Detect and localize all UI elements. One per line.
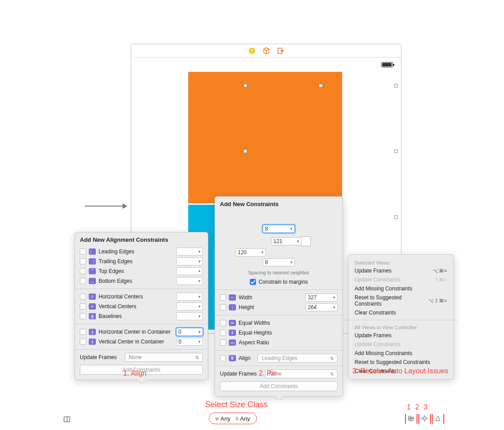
align-menu-button[interactable] — [405, 414, 417, 424]
resolve-menu-item[interactable]: Add Missing Constraints — [348, 284, 454, 293]
align-popover-title: Add New Alignment Constraints — [80, 236, 203, 243]
svg-rect-13 — [423, 417, 426, 420]
checkbox[interactable] — [80, 313, 86, 319]
update-frames-label: Update Frames — [220, 371, 257, 377]
svg-line-5 — [266, 49, 269, 50]
selection-handle[interactable] — [394, 215, 398, 219]
checkbox[interactable] — [80, 258, 86, 265]
align-label: Align — [239, 355, 251, 361]
resolve-menu-item: Update Constraints — [348, 340, 454, 349]
selected-views-heading: Selected Views — [348, 258, 454, 266]
caption-resolve: 3. Resolve Auto Layout Issues — [352, 367, 448, 375]
checkbox[interactable] — [220, 294, 226, 301]
align-item-label: Baselines — [99, 313, 122, 319]
checkbox[interactable] — [220, 330, 226, 336]
svg-rect-11 — [411, 417, 413, 421]
cube-icon[interactable] — [263, 47, 270, 54]
trailing-edges-icon: ⎹ — [89, 258, 96, 265]
align-icon: ≣ — [229, 355, 236, 361]
svg-line-4 — [264, 49, 266, 50]
align-item-label: Vertical Center in Container — [99, 339, 164, 345]
all-views-heading: All Views in View Controller — [348, 323, 454, 331]
equal-heights-label: Equal Heights — [239, 330, 272, 336]
checkbox[interactable] — [80, 248, 86, 255]
selection-handle[interactable] — [394, 84, 398, 87]
spacing-center-box — [301, 236, 311, 246]
add-constraints-button[interactable]: Add Constraints — [220, 381, 338, 391]
update-frames-select[interactable]: None⇅ — [125, 353, 203, 362]
annotation-arrow — [85, 202, 127, 211]
resolve-menu-item[interactable]: Reset to Suggested Constraints⌥⇧⌘= — [348, 293, 454, 308]
pin-icon — [421, 415, 429, 422]
align-value-combo[interactable]: ▾ — [176, 267, 203, 275]
resolve-menu-item[interactable]: Add Missing Constraints — [348, 349, 454, 358]
resolve-menu-item[interactable]: Reset to Suggested Constraints — [348, 358, 454, 367]
svg-rect-2 — [252, 52, 252, 53]
left-spacing-combo[interactable]: 121▾ — [271, 237, 302, 245]
selection-handle[interactable] — [244, 84, 247, 87]
resolve-menu-item: Update Constraints⇧⌘= — [348, 275, 454, 284]
align-item-label: Top Edges — [99, 268, 124, 274]
align-value-combo[interactable]: 0▾ — [176, 338, 203, 346]
equal-widths-label: Equal Widths — [239, 320, 270, 326]
orange-view-selected[interactable] — [188, 72, 342, 203]
checkbox[interactable] — [220, 355, 226, 361]
selection-handle[interactable] — [319, 84, 322, 87]
size-class-control[interactable]: w Any h Any — [209, 413, 257, 424]
resolve-popover: Selected Views Update Frames⌥⌘=Update Co… — [348, 254, 454, 380]
align-value-combo[interactable]: ▾ — [176, 257, 203, 265]
bottom-spacing-combo[interactable]: 8▾ — [263, 258, 295, 266]
popover-arrow — [137, 380, 145, 384]
align-value-combo[interactable]: ▾ — [176, 302, 203, 310]
checkbox[interactable] — [80, 303, 86, 310]
align-select[interactable]: Leading Edges⇅ — [258, 354, 338, 363]
equal-heights-icon: ⇕ — [229, 330, 236, 336]
aspect-ratio-label: Aspect Ratio — [239, 339, 269, 346]
h-center-container-icon: ┼ — [89, 329, 96, 335]
height-icon: ↕ — [229, 304, 236, 310]
align-item-label: Horizontal Centers — [99, 294, 143, 300]
warning-icon[interactable] — [248, 47, 256, 54]
resolve-menu-button[interactable] — [432, 414, 444, 424]
pin-menu-button[interactable] — [418, 414, 431, 424]
align-value-combo[interactable]: ▾ — [176, 312, 203, 320]
caption-pin: 2. Pin — [259, 369, 277, 377]
select-size-class-label: Select Size Class — [205, 400, 268, 409]
checkbox[interactable] — [80, 278, 86, 284]
right-spacing-combo[interactable]: 120▾ — [235, 248, 266, 256]
height-combo[interactable]: 264▾ — [306, 303, 338, 311]
height-label: Height — [239, 304, 254, 310]
top-spacing-combo[interactable]: 8▾ — [263, 225, 295, 233]
checkbox[interactable] — [80, 294, 86, 300]
align-value-combo[interactable]: ▾ — [176, 277, 203, 285]
checkbox[interactable] — [80, 339, 86, 345]
align-icon — [407, 415, 415, 422]
align-value-combo[interactable]: 0▾ — [176, 328, 203, 336]
resolve-menu-item[interactable]: Update Frames — [348, 331, 454, 340]
align-value-combo[interactable]: ▾ — [176, 248, 203, 256]
svg-marker-18 — [436, 416, 440, 421]
checkbox[interactable] — [220, 304, 226, 310]
selection-handle[interactable] — [394, 149, 398, 153]
align-value-combo[interactable]: ▾ — [176, 293, 203, 301]
svg-rect-1 — [252, 49, 252, 51]
aspect-ratio-icon: ▭ — [229, 339, 236, 346]
checkbox[interactable] — [80, 268, 86, 274]
constrain-margins-label: Constrain to margins — [259, 279, 308, 285]
svg-marker-9 — [123, 203, 127, 209]
checkbox[interactable] — [220, 339, 226, 346]
resolve-menu-item[interactable]: Clear Constraints — [348, 308, 454, 317]
resolve-icon — [434, 415, 442, 422]
checkbox[interactable] — [80, 329, 86, 335]
caption-align: 1. Align — [123, 369, 146, 377]
width-combo[interactable]: 327▾ — [306, 294, 338, 302]
checkbox[interactable] — [220, 320, 226, 326]
resolve-menu-item[interactable]: Update Frames⌥⌘= — [348, 266, 454, 275]
width-label: Width — [239, 294, 252, 301]
popover-arrow — [275, 396, 283, 400]
selection-handle[interactable] — [244, 149, 247, 153]
exit-icon[interactable] — [277, 47, 284, 54]
constrain-margins-checkbox[interactable] — [250, 279, 256, 285]
update-frames-label: Update Frames — [80, 354, 117, 360]
document-outline-button[interactable] — [64, 417, 70, 422]
